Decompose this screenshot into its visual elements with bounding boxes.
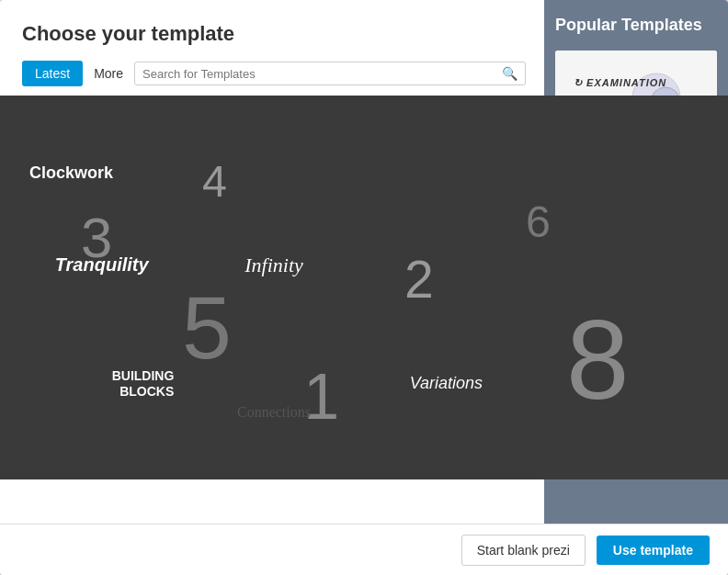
templates-grid: 1 4 2 bbox=[22, 103, 526, 460]
left-panel: Choose your template Latest More 🔍 bbox=[0, 0, 544, 524]
tranquility-label-overlay: Tranquility bbox=[55, 254, 149, 276]
template-chooser-modal: Choose your template Latest More 🔍 bbox=[0, 0, 728, 575]
template-item-variations[interactable]: 3 4 5 1 2 6 8 Variations Variations bbox=[367, 340, 526, 445]
buildingblocks-label-overlay: BUILDINGBLOCKS bbox=[112, 368, 175, 400]
connections-label-overlay: Connections bbox=[237, 404, 311, 421]
variations-label-overlay: Variations bbox=[410, 374, 483, 393]
clockwork-label-overlay: Clockwork bbox=[29, 163, 113, 183]
template-thumb-variations: 3 4 5 1 2 6 8 Variations bbox=[367, 340, 526, 427]
modal-body: Choose your template Latest More 🔍 bbox=[0, 0, 728, 524]
infinity-label-overlay: Infinity bbox=[245, 254, 303, 277]
